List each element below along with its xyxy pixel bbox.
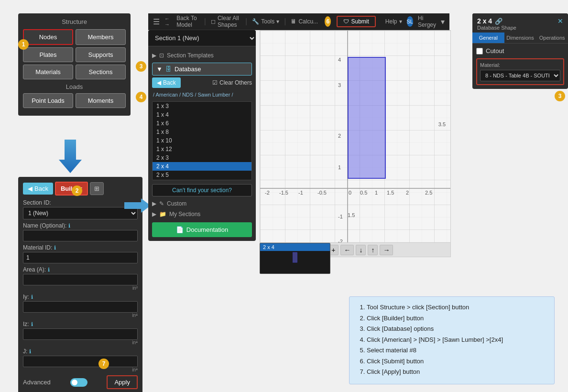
tools-dropdown[interactable]: 🔧 Tools ▾: [252, 18, 279, 25]
iy-input[interactable]: [23, 301, 138, 313]
section-templates-row[interactable]: ▶ ⊡ Section Templates: [152, 50, 252, 61]
badge-4: 4: [136, 92, 146, 102]
section-id-select[interactable]: 1 (New): [23, 207, 138, 219]
breadcrumb[interactable]: / American / NDS / Sawn Lumber /: [152, 90, 252, 99]
grid-button[interactable]: ⊞: [90, 182, 104, 195]
clear-all-shapes-link[interactable]: ◻ Clear All Shapes: [211, 15, 240, 28]
back-to-model-link[interactable]: Back To Model: [176, 15, 199, 28]
supports-button[interactable]: Supports: [76, 47, 126, 62]
moments-button[interactable]: Moments: [76, 93, 126, 108]
pan-right-button[interactable]: →: [380, 245, 393, 255]
pan-up-button[interactable]: ↑: [368, 245, 378, 255]
builder-button[interactable]: Builder: [55, 182, 88, 196]
custom-row[interactable]: ▶ ✎ Custom: [152, 198, 252, 209]
badge-3b: 3: [555, 91, 565, 101]
right-panel-subtitle: Database Shape: [477, 25, 516, 31]
custom-icon: ✎: [159, 200, 164, 207]
area-info-icon: ℹ: [48, 267, 50, 273]
list-item[interactable]: 1 x 10: [153, 136, 251, 145]
template-icon: ⊡: [159, 52, 164, 59]
iz-input[interactable]: [23, 328, 138, 340]
preview-svg: [260, 251, 330, 274]
database-row[interactable]: ▼ 🗄 Database: [152, 63, 252, 76]
x-axis-label: -1.5: [279, 190, 288, 196]
section-templates-arrow: ▶: [152, 52, 156, 59]
dim-35-label: 3.5: [438, 121, 446, 127]
submit-button[interactable]: 🛡 Submit: [337, 16, 375, 27]
list-item[interactable]: 1 x 3: [153, 102, 251, 110]
section-select[interactable]: Section 1 (New): [148, 30, 256, 46]
advanced-toggle[interactable]: [70, 378, 87, 387]
area-input[interactable]: [23, 274, 138, 285]
cutout-label: Cutout: [486, 47, 504, 54]
x-axis-label: 2: [406, 190, 409, 196]
my-sections-row[interactable]: ▶ 📁 My Sections: [152, 209, 252, 219]
instruction-item: Click [Submit] button: [367, 357, 546, 366]
user-avatar: SL: [407, 16, 413, 27]
point-loads-button[interactable]: Point Loads: [23, 93, 73, 108]
section-list[interactable]: 1 x 3 1 x 4 1 x 6 1 x 8 1 x 10 1 x 12 2 …: [152, 101, 252, 180]
x-axis-label: -1: [298, 190, 303, 196]
tab-general[interactable]: General: [472, 33, 504, 43]
material-select[interactable]: 8 - NDS - Table 4B - SOUTHERN P...: [480, 70, 560, 81]
instruction-item: Click [Apply] button: [367, 367, 546, 377]
list-item[interactable]: 1 x 12: [153, 145, 251, 153]
list-item[interactable]: 2 x 5: [153, 171, 251, 179]
arrow-right-icon: [124, 198, 151, 213]
iy-unit: in⁴: [23, 313, 138, 318]
back-button[interactable]: ◀ Back: [23, 183, 53, 195]
section-shape: [348, 57, 386, 179]
dim-15-label: 1.5: [348, 212, 355, 218]
shapes-icon: ◻: [211, 18, 216, 25]
materials-button[interactable]: Materials: [23, 65, 73, 79]
name-input[interactable]: [23, 230, 138, 241]
list-item[interactable]: 2 x 6: [153, 179, 251, 180]
list-item[interactable]: 1 x 8: [153, 128, 251, 136]
clear-others-checkbox[interactable]: ☑ Clear Others: [212, 79, 252, 86]
material-id-label: Material ID: ℹ: [23, 244, 138, 251]
pan-down-button[interactable]: ↓: [356, 245, 366, 255]
instructions-list: Tool Structure > click [Section] button …: [357, 303, 546, 377]
sections-button[interactable]: Sections: [76, 65, 126, 79]
help-link[interactable]: Help ▾: [385, 18, 402, 25]
list-item[interactable]: 1 x 6: [153, 119, 251, 128]
close-button[interactable]: ✕: [557, 17, 563, 25]
y-axis-label: 4: [338, 57, 341, 63]
calc-link[interactable]: 🖩 Calcu...: [291, 18, 318, 25]
list-item-selected[interactable]: 2 x 4: [153, 162, 251, 171]
area-unit: in²: [23, 285, 138, 291]
material-id-input[interactable]: [23, 252, 138, 263]
plates-button[interactable]: Plates: [23, 47, 73, 62]
back-small-button[interactable]: ◀ Back: [152, 77, 181, 88]
list-item[interactable]: 2 x 3: [153, 153, 251, 162]
right-panel-info: 2 x 4 🔗 Database Shape: [477, 17, 516, 31]
x-axis-label: -2: [265, 190, 270, 196]
cutout-row: Cutout: [476, 47, 564, 54]
j-unit: in⁴: [23, 367, 138, 372]
members-button[interactable]: Members: [76, 29, 126, 45]
tab-dimensions[interactable]: Dimensions: [504, 33, 536, 43]
right-panel-tabs: General Dimensions Operations: [472, 33, 568, 44]
nodes-button[interactable]: Nodes: [23, 29, 73, 45]
loads-buttons: Point Loads Moments: [23, 93, 126, 108]
instruction-item: Click [Database] options: [367, 324, 546, 334]
section-preview: 2 x 4: [260, 243, 330, 274]
sep1: |: [204, 17, 206, 26]
instruction-item: Tool Structure > click [Section] button: [367, 303, 546, 312]
list-item[interactable]: 1 x 4: [153, 110, 251, 119]
x-axis-label: 1.5: [387, 190, 394, 196]
tools-icon: 🔧: [252, 18, 259, 25]
tab-operations[interactable]: Operations: [536, 33, 568, 43]
apply-button[interactable]: Apply: [107, 375, 138, 389]
cutout-checkbox[interactable]: [476, 48, 483, 54]
back-clear-row: ◀ Back ☑ Clear Others: [152, 77, 252, 88]
hamburger-icon[interactable]: ☰: [153, 17, 160, 26]
pan-left-button[interactable]: ←: [340, 245, 354, 255]
my-sections-arrow: ▶: [152, 211, 156, 218]
j-input[interactable]: [23, 356, 138, 367]
check-icon: ☑: [212, 79, 218, 86]
badge-2: 2: [72, 185, 82, 196]
documentation-button[interactable]: 📄 Documentation: [152, 222, 252, 237]
cant-find-button[interactable]: Can't find your section?: [152, 184, 252, 196]
material-section: Material: 8 - NDS - Table 4B - SOUTHERN …: [476, 58, 564, 85]
